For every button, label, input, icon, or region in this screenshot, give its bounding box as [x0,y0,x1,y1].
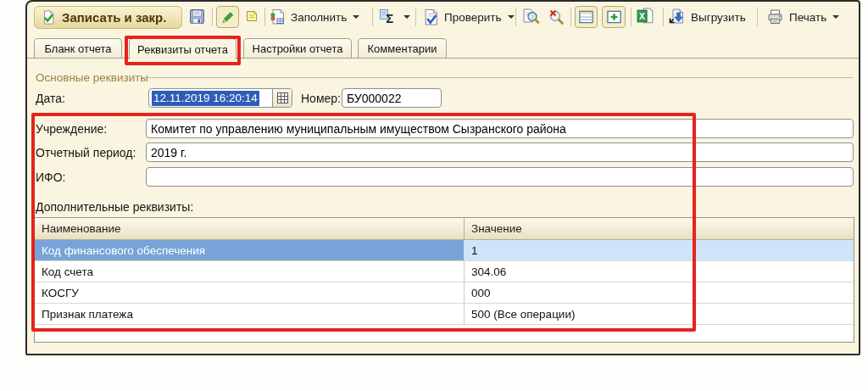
table-view-icon [578,9,594,25]
fill-button[interactable]: Заполнить [270,6,359,28]
sum-icon: Σ [378,8,398,26]
sum-button[interactable]: Σ [378,6,410,28]
group-title-line [142,77,853,78]
number-field[interactable]: БУ000022 [342,88,442,108]
number-label: Номер: [301,92,341,105]
edit-button[interactable] [216,6,239,28]
additional-requisites-table: Наименование Значение Код финансового об… [34,217,854,343]
save-and-close-button[interactable]: Записать и закр. [34,6,182,29]
period-field[interactable]: 2019 г. [146,142,854,162]
export-icon [668,8,687,26]
fill-dropdown-arrow [353,15,359,19]
check-button[interactable]: Проверить [422,6,515,28]
export-label: Выгрузить [691,11,746,24]
column-header-value[interactable]: Значение [464,218,854,239]
period-label: Отчетный период: [36,146,136,159]
print-icon [766,8,785,26]
check-label: Проверить [444,11,502,24]
additional-requisites-label: Дополнительные реквизиты: [36,200,193,214]
calendar-icon [276,92,289,104]
fill-icon [270,8,287,25]
separator [570,8,571,26]
separator [631,8,632,26]
export-button[interactable]: Выгрузить [668,6,746,28]
fill-label: Заполнить [291,11,347,24]
save-and-close-label: Записать и закр. [62,10,166,25]
print-dropdown-arrow [832,15,839,19]
clear-find-icon[interactable] [547,8,565,26]
calendar-button[interactable] [272,89,292,107]
date-value-selected: 12.11.2019 16:20:14 [152,91,259,106]
tab-rekvizity-otcheta[interactable]: Реквизиты отчета [129,38,236,59]
separator [415,8,416,26]
tab-nastroyki-otcheta[interactable]: Настройки отчета [243,38,352,59]
table-add-button[interactable] [602,6,626,28]
tab-kommentarii[interactable]: Комментарии [358,38,447,59]
date-label: Дата: [36,92,65,105]
institution-label: Учреждение: [36,122,107,136]
separator [264,8,265,26]
separator [757,8,758,26]
edit-pencil-icon [220,9,236,25]
tab-blank-otcheta[interactable]: Бланк отчета [34,38,122,59]
print-label: Печать [789,11,826,24]
check-icon [422,8,440,26]
separator [515,8,516,26]
window-layer: Записать и закр. Заполнить Σ Проверить [0,0,868,391]
screen: Записать и закр. Заполнить Σ Проверить [0,0,868,391]
save-and-close-icon [41,9,56,25]
svg-text:Σ: Σ [386,11,393,25]
separator [372,8,373,26]
svg-text:X: X [639,12,645,21]
column-header-name[interactable]: Наименование [35,218,464,239]
institution-field[interactable]: Комитет по управлению муниципальным имущ… [146,119,854,138]
table-row[interactable]: Код финансового обеспечения 1 [35,240,854,261]
table-row[interactable]: Признак платежа 500 (Все операции) [35,304,854,325]
table-view-button[interactable] [575,6,598,28]
table-header-row: Наименование Значение [35,218,854,240]
table-row[interactable]: КОСГУ 000 [35,282,854,304]
ifo-label: ИФО: [36,170,66,184]
excel-export-icon[interactable]: X [636,7,655,26]
check-dropdown-arrow [508,15,515,19]
date-field[interactable]: 12.11.2019 16:20:14 [148,88,292,108]
copy-note-icon[interactable] [243,8,260,25]
separator [212,8,213,26]
save-icon[interactable] [188,8,206,25]
table-row[interactable]: Код счета 304.06 [35,261,854,282]
print-button[interactable]: Печать [766,6,839,28]
table-add-icon [606,9,622,25]
ifo-field[interactable] [146,167,854,187]
find-icon[interactable] [521,8,540,26]
sum-dropdown-arrow [403,15,410,19]
group-title: Основные реквизиты [36,71,148,84]
separator [663,8,664,26]
